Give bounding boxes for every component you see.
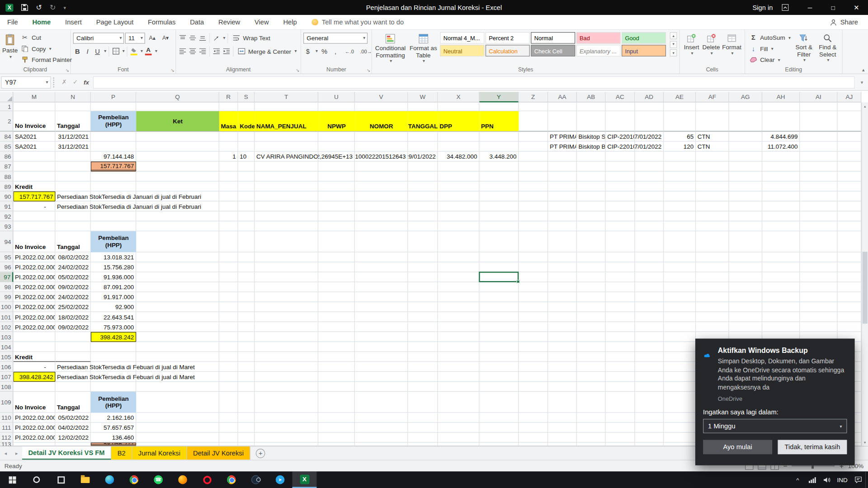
cell-AB87[interactable] [577,162,606,172]
tab-data[interactable]: Data [183,15,211,29]
cell-AI84[interactable] [800,131,837,141]
cell-AA104[interactable] [548,342,577,352]
cell-R85[interactable] [219,141,238,151]
cell-T112[interactable] [255,433,318,443]
row-header-94[interactable]: 94 [0,231,13,253]
cell-S91[interactable] [238,202,255,211]
cell-AH85[interactable]: 11.072.400 [762,141,800,151]
cell-Z95[interactable] [519,252,548,262]
decline-backup-button[interactable]: Tidak, terima kasih [778,440,847,455]
autosum-button[interactable]: ΣAutoSum▾ [747,32,793,43]
cell-U106[interactable] [318,362,355,372]
cell-Y111[interactable] [479,423,519,433]
column-header-AH[interactable]: AH [762,92,800,102]
cell-X90[interactable] [438,192,480,202]
cell-AB109[interactable] [577,392,606,413]
cell-M110[interactable]: PI.2022.02.00003 [13,413,55,422]
cell-U109[interactable] [318,392,355,413]
cell-W92[interactable] [408,211,438,221]
cell-AE108[interactable] [664,382,696,392]
cell-P89[interactable] [91,182,136,192]
cell-P98[interactable]: 87.091.200 [91,282,136,292]
style-chip-8[interactable]: Explanatory ... [576,45,621,56]
cell-AD87[interactable] [635,162,664,172]
cell-Y91[interactable] [479,202,519,211]
cell-AE98[interactable] [664,282,696,292]
cell-AJ86[interactable] [838,152,862,162]
comma-style-button[interactable]: , [331,47,340,56]
cell-R108[interactable] [219,382,238,392]
row-header-87[interactable]: 87 [0,162,13,172]
cell-T95[interactable] [255,252,318,262]
cell-R106[interactable] [219,362,238,372]
cell-X107[interactable] [438,372,480,382]
cell-AJ90[interactable] [838,192,862,202]
cell-AB88[interactable] [577,172,606,182]
cell-U2[interactable]: NPWP [318,111,355,131]
cell-AG101[interactable] [729,312,762,322]
cell-R109[interactable] [219,392,238,413]
cell-AC95[interactable] [606,252,635,262]
select-all-button[interactable] [0,92,13,102]
cell-U102[interactable] [318,322,355,332]
cell-P85[interactable] [91,141,136,151]
cell-N92[interactable] [55,211,90,221]
formula-input[interactable] [93,76,855,88]
cell-AB106[interactable] [577,362,606,372]
cell-P94[interactable]: Pembelian (HPP) [91,231,136,253]
cell-AG89[interactable] [729,182,762,192]
cell-AE89[interactable] [664,182,696,192]
sheet-tab-detail-jv-koreksi-vs-fm[interactable]: Detail JV Koreksi VS FM [22,446,111,460]
paste-button[interactable]: Paste ▾ [2,32,18,65]
cell-X98[interactable] [438,282,480,292]
cell-V91[interactable] [355,202,408,211]
borders-button[interactable] [111,47,120,56]
cell-AD105[interactable] [635,352,664,362]
cell-AB90[interactable] [577,192,606,202]
cell-Y89[interactable] [479,182,519,192]
cell-AI2[interactable] [800,111,837,131]
steam-button[interactable] [244,471,268,488]
network-icon[interactable] [805,471,819,488]
cell-X86[interactable]: 34.482.000 [438,152,480,162]
cell-T92[interactable] [255,211,318,221]
cell-AA92[interactable] [548,211,577,221]
cell-AE92[interactable] [664,211,696,221]
cell-AH92[interactable] [762,211,800,221]
cell-V102[interactable] [355,322,408,332]
cell-AB102[interactable] [577,322,606,332]
cell-R105[interactable] [219,352,238,362]
cell-AH86[interactable] [762,152,800,162]
tab-formulas[interactable]: Formulas [141,15,183,29]
cell-AJ102[interactable] [838,322,862,332]
cell-P1[interactable] [91,103,136,112]
cell-S90[interactable] [238,192,255,202]
cell-AH90[interactable] [762,192,800,202]
cell-AG85[interactable] [729,141,762,151]
cell-Y112[interactable] [479,433,519,443]
cell-X100[interactable] [438,302,480,312]
sort-filter-button[interactable]: Sort & Filter▾ [793,32,816,65]
cell-AD107[interactable] [635,372,664,382]
cell-AC106[interactable] [606,362,635,372]
style-chip-3[interactable]: Bad [576,32,621,44]
cell-U98[interactable] [318,282,355,292]
cell-S85[interactable] [238,141,255,151]
cell-AJ96[interactable] [838,262,862,272]
start-backup-button[interactable]: Ayo mulai [703,440,772,455]
cell-V92[interactable] [355,211,408,221]
cell-AA113[interactable] [548,443,577,446]
cell-V87[interactable] [355,162,408,172]
cell-Q110[interactable] [136,413,219,422]
cell-AC109[interactable] [606,392,635,413]
style-chip-9[interactable]: Input [622,45,666,56]
cell-AE87[interactable] [664,162,696,172]
cell-N104[interactable] [55,342,90,352]
cell-T103[interactable] [255,332,318,342]
cell-M104[interactable] [13,342,55,352]
cell-W112[interactable] [408,433,438,443]
column-header-S[interactable]: S [238,92,255,102]
cell-U103[interactable] [318,332,355,342]
cell-W90[interactable] [408,192,438,202]
cell-M113[interactable] [13,443,55,446]
